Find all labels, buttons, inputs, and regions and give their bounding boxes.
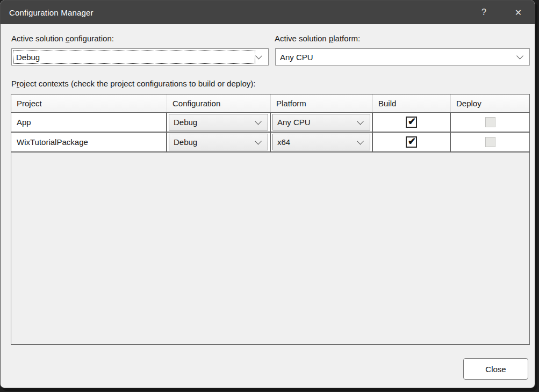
- table-row: WixTutorialPackage Debug x64 ✔: [11, 133, 529, 153]
- platform-cell: Any CPU: [271, 113, 373, 132]
- build-checkbox[interactable]: ✔: [406, 136, 417, 148]
- build-cell: ✔: [373, 113, 451, 132]
- active-solution-platform-dropdown[interactable]: Any CPU: [275, 48, 530, 66]
- deploy-cell: [451, 113, 529, 132]
- configuration-cell: Debug: [167, 133, 271, 151]
- grid-header-row: Project Configuration Platform Build Dep…: [11, 95, 529, 113]
- chevron-down-icon: [255, 118, 262, 125]
- chevron-down-icon: [255, 137, 262, 144]
- column-header-configuration[interactable]: Configuration: [167, 95, 271, 112]
- column-header-project[interactable]: Project: [11, 95, 167, 112]
- column-header-platform[interactable]: Platform: [271, 95, 373, 112]
- help-button[interactable]: ?: [472, 1, 496, 24]
- build-cell: ✔: [373, 133, 451, 151]
- platform-cell: x64: [271, 133, 373, 151]
- row-platform-dropdown[interactable]: x64: [272, 134, 370, 150]
- chevron-down-icon: [357, 137, 364, 144]
- deploy-cell: [451, 133, 529, 151]
- project-contexts-grid: Project Configuration Platform Build Dep…: [11, 94, 530, 345]
- active-solution-configuration-dropdown[interactable]: Debug: [11, 48, 269, 66]
- check-icon: ✔: [408, 117, 416, 126]
- column-header-deploy[interactable]: Deploy: [451, 95, 529, 112]
- close-button[interactable]: Close: [463, 358, 528, 380]
- chevron-down-icon: [255, 53, 262, 60]
- project-name-cell[interactable]: WixTutorialPackage: [11, 133, 167, 151]
- chevron-down-icon: [357, 118, 364, 125]
- project-name-cell[interactable]: App: [11, 113, 167, 132]
- row-configuration-dropdown[interactable]: Debug: [169, 114, 268, 130]
- project-contexts-label: Project contexts (check the project conf…: [11, 79, 255, 88]
- active-solution-platform-label: Active solution platform:: [275, 34, 360, 43]
- deploy-checkbox: [485, 137, 495, 147]
- configuration-manager-dialog: Configuration Manager ? ✕ Active solutio…: [0, 0, 535, 388]
- row-platform-dropdown[interactable]: Any CPU: [272, 114, 370, 130]
- help-icon: ?: [481, 8, 486, 17]
- active-solution-configuration-label: Active solution configuration:: [11, 34, 114, 43]
- active-solution-configuration-value: Debug: [16, 53, 40, 62]
- window-close-button[interactable]: ✕: [506, 1, 530, 24]
- chevron-down-icon: [516, 53, 523, 60]
- table-row: App Debug Any CPU ✔: [11, 113, 529, 133]
- row-configuration-dropdown[interactable]: Debug: [169, 134, 268, 150]
- focus-rectangle: [13, 50, 255, 64]
- close-icon: ✕: [515, 8, 522, 18]
- build-checkbox[interactable]: ✔: [406, 117, 417, 128]
- column-header-build[interactable]: Build: [373, 95, 451, 112]
- check-icon: ✔: [408, 136, 416, 146]
- title-bar[interactable]: Configuration Manager ? ✕: [1, 1, 535, 24]
- dialog-title: Configuration Manager: [1, 8, 94, 17]
- active-solution-platform-value: Any CPU: [280, 53, 313, 62]
- deploy-checkbox: [485, 117, 495, 127]
- configuration-cell: Debug: [167, 113, 271, 132]
